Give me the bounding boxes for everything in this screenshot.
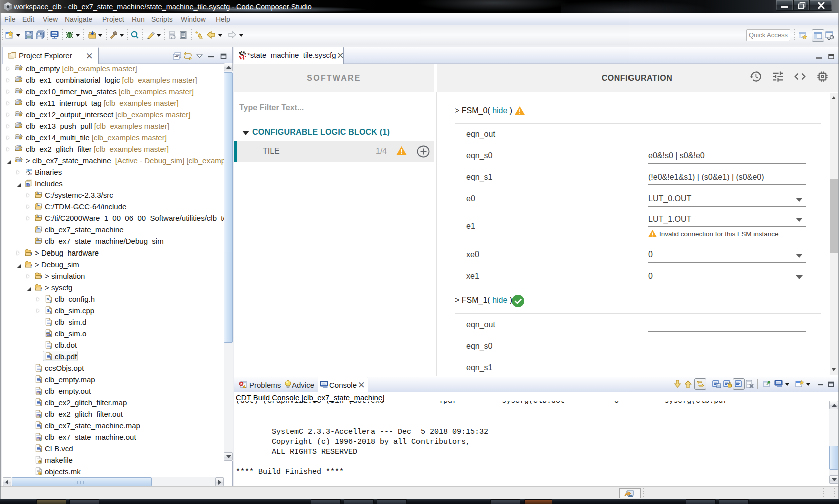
svg-text:?: ? bbox=[49, 322, 51, 326]
svg-text:?: ? bbox=[49, 345, 51, 349]
svg-text:?: ? bbox=[39, 472, 41, 475]
svg-text:?: ? bbox=[49, 333, 51, 337]
svg-text:?: ? bbox=[39, 414, 41, 418]
svg-text:?: ? bbox=[39, 437, 41, 441]
svg-text:?: ? bbox=[49, 299, 51, 303]
svg-text:?: ? bbox=[39, 391, 41, 395]
svg-text:h: h bbox=[27, 183, 29, 186]
svg-text:?: ? bbox=[40, 276, 42, 280]
svg-text:?: ? bbox=[40, 287, 42, 291]
svg-text:?: ? bbox=[39, 402, 41, 406]
svg-text:?: ? bbox=[39, 379, 41, 383]
svg-text:?: ? bbox=[30, 253, 32, 257]
svg-text:?: ? bbox=[19, 159, 20, 163]
svg-text:?: ? bbox=[39, 425, 41, 429]
svg-text:?: ? bbox=[39, 368, 41, 372]
svg-text:?: ? bbox=[39, 460, 41, 464]
svg-text:!: ! bbox=[16, 160, 16, 162]
svg-text:?: ? bbox=[30, 264, 32, 268]
svg-text:?: ? bbox=[49, 310, 51, 314]
svg-text:01: 01 bbox=[29, 173, 32, 176]
svg-text:?: ? bbox=[39, 448, 41, 452]
svg-text:?: ? bbox=[49, 356, 51, 360]
